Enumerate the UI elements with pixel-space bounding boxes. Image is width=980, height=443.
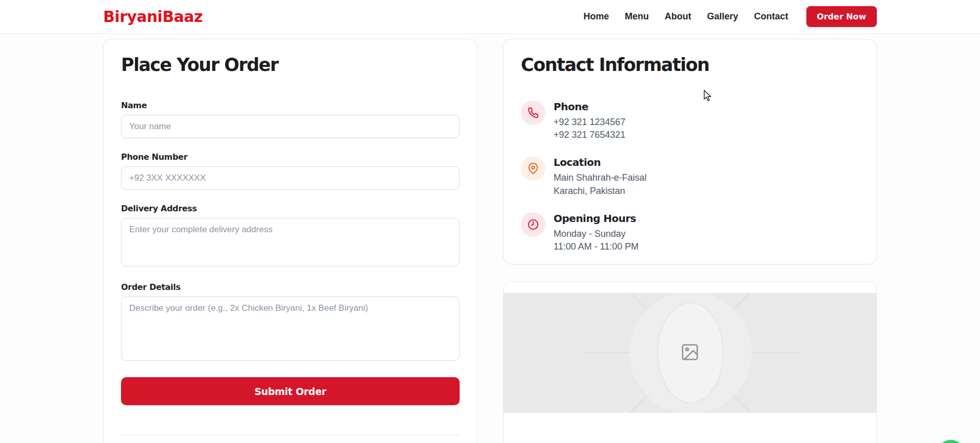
phone-label: Phone Number	[121, 152, 460, 162]
hours-texts: Opening Hours Monday - Sunday 11:00 AM -…	[554, 212, 638, 253]
clock-icon	[528, 219, 539, 230]
site-logo[interactable]: BiryaniBaaz	[103, 8, 203, 26]
nav-item-home[interactable]: Home	[584, 11, 609, 22]
map-placeholder	[504, 293, 876, 413]
phone-texts: Phone +92 321 1234567 +92 321 7654321	[554, 101, 626, 141]
image-placeholder-icon	[680, 342, 700, 364]
address-field-group: Delivery Address	[121, 204, 460, 268]
order-details-field-group: Order Details	[121, 282, 460, 363]
right-column: Contact Information Phone +92 321 123456…	[503, 39, 877, 443]
nav-item-menu[interactable]: Menu	[625, 11, 649, 22]
form-divider	[121, 435, 460, 435]
main-nav: Home Menu About Gallery Contact Order No…	[584, 6, 877, 27]
phone-input[interactable]	[121, 166, 460, 190]
contact-row-hours: Opening Hours Monday - Sunday 11:00 AM -…	[521, 212, 859, 253]
contact-info-title: Contact Information	[521, 55, 859, 75]
hours-line-2: 11:00 AM - 11:00 PM	[554, 240, 638, 253]
contact-row-location: Location Main Shahrah-e-Faisal Karachi, …	[521, 156, 859, 197]
address-textarea[interactable]	[121, 218, 460, 266]
name-input[interactable]	[121, 115, 460, 138]
name-field-group: Name	[121, 101, 460, 138]
nav-item-gallery[interactable]: Gallery	[707, 11, 738, 22]
hours-title: Opening Hours	[554, 212, 638, 225]
clock-icon-circle	[521, 212, 545, 237]
map-card	[503, 281, 877, 443]
phone-title: Phone	[554, 101, 626, 113]
location-line-1: Main Shahrah-e-Faisal	[554, 171, 647, 184]
order-form-title: Place Your Order	[121, 55, 460, 75]
phone-number-1: +92 321 1234567	[554, 116, 626, 129]
nav-item-contact[interactable]: Contact	[754, 11, 788, 22]
address-label: Delivery Address	[121, 204, 460, 213]
order-form-card: Place Your Order Name Phone Number Deliv…	[103, 39, 477, 443]
order-now-button[interactable]: Order Now	[806, 6, 877, 27]
nav-item-about[interactable]: About	[665, 11, 691, 22]
location-icon-circle	[521, 156, 545, 181]
location-icon	[528, 163, 539, 174]
phone-icon	[528, 107, 539, 118]
site-header: BiryaniBaaz Home Menu About Gallery Cont…	[0, 0, 980, 34]
order-details-textarea[interactable]	[121, 297, 460, 361]
whatsapp-button[interactable]	[937, 440, 965, 443]
phone-number-2: +92 321 7654321	[554, 129, 626, 141]
contact-info-card: Contact Information Phone +92 321 123456…	[503, 39, 877, 264]
phone-field-group: Phone Number	[121, 152, 460, 190]
name-label: Name	[121, 101, 460, 110]
location-texts: Location Main Shahrah-e-Faisal Karachi, …	[554, 156, 647, 197]
contact-row-phone: Phone +92 321 1234567 +92 321 7654321	[521, 101, 859, 141]
location-line-2: Karachi, Pakistan	[554, 185, 647, 198]
main-content: Place Your Order Name Phone Number Deliv…	[103, 39, 877, 443]
order-details-label: Order Details	[121, 282, 460, 292]
submit-order-button[interactable]: Submit Order	[121, 377, 460, 405]
phone-icon-circle	[521, 101, 545, 125]
order-form: Name Phone Number Delivery Address Order…	[121, 101, 460, 405]
hours-line-1: Monday - Sunday	[554, 228, 638, 240]
location-title: Location	[554, 156, 647, 168]
